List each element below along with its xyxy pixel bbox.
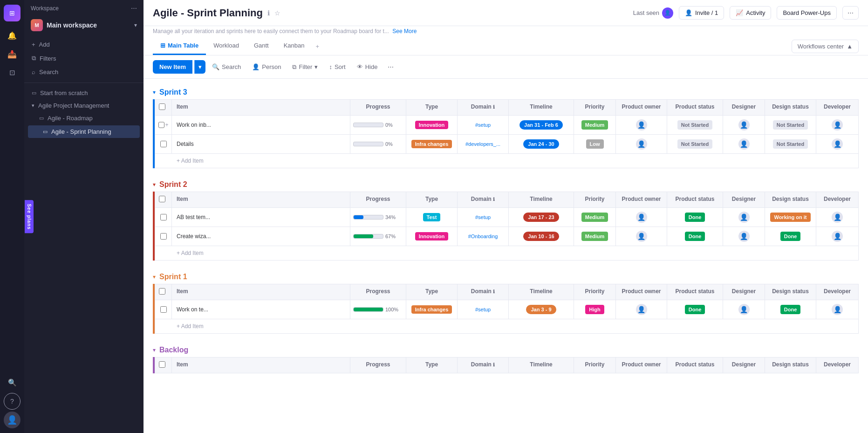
sidebar-item-apm[interactable]: ▾ Agile Project Management	[24, 99, 144, 112]
sidebar-filters-button[interactable]: ⧉ Filters	[24, 51, 144, 65]
product-owner-cell[interactable]: 👤	[616, 116, 667, 134]
domain-cell[interactable]: #Onboarding	[458, 227, 509, 246]
add-item-row[interactable]: + Add Item	[155, 246, 859, 261]
tab-kanban[interactable]: Kanban	[276, 37, 312, 55]
workflows-center-button[interactable]: Workflows center ▲	[792, 40, 859, 53]
design-status-cell[interactable]: Not Started	[765, 135, 816, 153]
hide-toolbar-button[interactable]: 👁 Hide	[352, 61, 383, 73]
sprint2-title[interactable]: Sprint 2	[159, 180, 187, 189]
tab-main-table[interactable]: ⊞ Main Table	[153, 37, 206, 55]
domain-cell[interactable]: #developers_...	[458, 135, 509, 153]
item-cell[interactable]: AB test tem...	[172, 208, 350, 227]
search-toolbar-button[interactable]: 🔍 Search	[207, 61, 246, 73]
sidebar-item-roadmap[interactable]: ▭ Agile - Roadmap	[24, 112, 144, 124]
work-icon[interactable]: ⊡	[4, 64, 21, 81]
timeline-cell[interactable]: Jan 24 - 30	[509, 135, 574, 153]
board-power-ups-button[interactable]: Board Power-Ups	[777, 6, 837, 20]
more-toolbar-button[interactable]: ⋯	[384, 61, 397, 73]
progress-cell[interactable]: 67%	[350, 227, 406, 246]
item-cell[interactable]: Work on inb...	[172, 116, 350, 134]
designer-cell[interactable]: 👤	[723, 227, 765, 246]
backlog-select-all[interactable]	[159, 361, 165, 368]
sprint2-select-all[interactable]	[159, 196, 165, 202]
new-item-button[interactable]: New Item	[153, 60, 192, 74]
tab-gantt[interactable]: Gantt	[246, 37, 276, 55]
type-cell[interactable]: Innovation	[406, 227, 458, 246]
priority-cell[interactable]: High	[574, 300, 616, 319]
designer-cell[interactable]: 👤	[723, 135, 765, 153]
priority-cell[interactable]: Medium	[574, 208, 616, 227]
type-cell[interactable]: Innovation	[406, 116, 458, 134]
priority-cell[interactable]: Medium	[574, 116, 616, 134]
row-check[interactable]	[158, 122, 164, 128]
timeline-cell[interactable]: Jan 10 - 16	[509, 227, 574, 246]
more-options-button[interactable]: ⋯	[842, 6, 859, 20]
row-check[interactable]	[160, 141, 167, 147]
developer-cell[interactable]: 👤	[816, 135, 858, 153]
sidebar-item-scratch[interactable]: ▭ Start from scratch	[24, 87, 144, 99]
add-subitem-icon[interactable]: +	[165, 122, 169, 128]
sprint3-title[interactable]: Sprint 3	[159, 88, 187, 96]
activity-button[interactable]: 📈 Activity	[730, 6, 771, 20]
star-icon[interactable]: ☆	[274, 9, 280, 17]
timeline-cell[interactable]: Jan 31 - Feb 6	[509, 116, 574, 134]
item-cell[interactable]: Details	[172, 135, 350, 153]
product-status-cell[interactable]: Done	[667, 227, 723, 246]
product-owner-cell[interactable]: 👤	[616, 208, 667, 227]
design-status-cell[interactable]: Done	[765, 227, 816, 246]
designer-cell[interactable]: 👤	[723, 300, 765, 319]
designer-cell[interactable]: 👤	[723, 208, 765, 227]
type-cell[interactable]: Test	[406, 208, 458, 227]
sidebar-item-sprint[interactable]: ▭ Agile - Sprint Planning	[28, 125, 140, 138]
backlog-chevron[interactable]: ▾	[153, 347, 156, 353]
row-check[interactable]	[160, 306, 167, 313]
designer-cell[interactable]: 👤	[723, 116, 765, 134]
backlog-title[interactable]: Backlog	[159, 346, 188, 354]
tab-add-button[interactable]: +	[312, 38, 323, 55]
invite-button[interactable]: 👤 Invite / 1	[679, 6, 724, 20]
add-item-row[interactable]: + Add Item	[155, 319, 859, 334]
see-more-link[interactable]: See More	[392, 28, 417, 34]
product-owner-cell[interactable]: 👤	[616, 135, 667, 153]
design-status-cell[interactable]: Not Started	[765, 116, 816, 134]
sprint1-chevron[interactable]: ▾	[153, 274, 156, 280]
sidebar-add-button[interactable]: + Add	[24, 38, 144, 51]
sort-toolbar-button[interactable]: ↕ Sort	[324, 61, 350, 73]
progress-cell[interactable]: 100%	[350, 300, 406, 319]
progress-cell[interactable]: 0%	[350, 135, 406, 153]
notifications-icon[interactable]: 🔔	[4, 27, 21, 44]
progress-cell[interactable]: 0%	[350, 116, 406, 134]
product-status-cell[interactable]: Done	[667, 208, 723, 227]
sprint1-select-all[interactable]	[159, 288, 165, 295]
domain-cell[interactable]: #setup	[458, 208, 509, 227]
design-status-cell[interactable]: Done	[765, 300, 816, 319]
domain-cell[interactable]: #setup	[458, 300, 509, 319]
sidebar-search-button[interactable]: ⌕ Search	[24, 65, 144, 79]
sprint3-select-all[interactable]	[159, 103, 165, 110]
row-check[interactable]	[160, 233, 167, 240]
timeline-cell[interactable]: Jan 3 - 9	[509, 300, 574, 319]
timeline-cell[interactable]: Jan 17 - 23	[509, 208, 574, 227]
see-plans-button[interactable]: See plans	[25, 200, 34, 234]
design-status-cell[interactable]: Working on it	[765, 208, 816, 227]
row-check[interactable]	[160, 214, 167, 220]
product-owner-cell[interactable]: 👤	[616, 227, 667, 246]
developer-cell[interactable]: 👤	[816, 116, 858, 134]
developer-cell[interactable]: 👤	[816, 208, 858, 227]
tab-workload[interactable]: Workload	[206, 37, 246, 55]
workspace-name-row[interactable]: M Main workspace ▾	[24, 16, 144, 34]
inbox-icon[interactable]: 📥	[4, 46, 21, 62]
apps-icon[interactable]: ⊞	[4, 5, 21, 21]
help-icon[interactable]: ?	[4, 393, 21, 410]
user-avatar[interactable]: 👤	[4, 412, 21, 428]
developer-cell[interactable]: 👤	[816, 300, 858, 319]
product-status-cell[interactable]: Not Started	[667, 116, 723, 134]
developer-cell[interactable]: 👤	[816, 227, 858, 246]
sprint1-title[interactable]: Sprint 1	[159, 273, 187, 281]
product-status-cell[interactable]: Not Started	[667, 135, 723, 153]
domain-cell[interactable]: #setup	[458, 116, 509, 134]
item-cell[interactable]: Work on te...	[172, 300, 350, 319]
filter-toolbar-button[interactable]: ⧉ Filter ▾	[287, 61, 322, 74]
priority-cell[interactable]: Medium	[574, 227, 616, 246]
workspace-menu-icon[interactable]: ⋯	[131, 5, 137, 12]
